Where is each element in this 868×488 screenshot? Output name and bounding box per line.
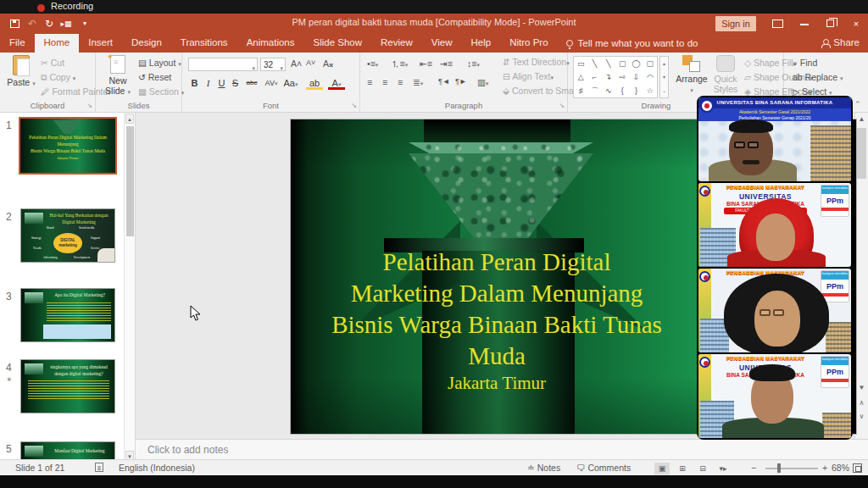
sign-in-button[interactable]: Sign in: [715, 16, 756, 31]
zoom-slider-thumb[interactable]: [777, 463, 781, 473]
ltr-icon[interactable]: ¶◄: [438, 77, 450, 86]
layout-button[interactable]: ▤ Layout ▾: [138, 58, 181, 68]
decrease-indent-icon[interactable]: ⇤≡: [420, 58, 432, 69]
restore-icon[interactable]: [826, 19, 834, 27]
slideshow-view-icon[interactable]: ▾▸: [715, 463, 731, 474]
copy-button[interactable]: ⧉ Copy ▾: [41, 72, 75, 83]
justify-icon[interactable]: ≣▾: [413, 77, 423, 87]
bullets-icon[interactable]: •≡▾: [367, 58, 378, 69]
thumb-scroll-up-icon[interactable]: ▲: [125, 114, 134, 124]
tab-file[interactable]: File: [0, 34, 35, 53]
cut-button[interactable]: ✂ Cut: [41, 58, 64, 68]
new-slide-button[interactable]: ✦ NewSlide ▾: [103, 55, 133, 96]
character-spacing-button[interactable]: AV▾: [263, 76, 280, 90]
highlight-color-button[interactable]: ab: [306, 76, 323, 90]
zoom-in-icon[interactable]: +: [822, 463, 827, 473]
slide-sorter-view-icon[interactable]: ⊞: [675, 463, 690, 474]
normal-view-icon[interactable]: ▣: [654, 463, 670, 474]
zoom-out-icon[interactable]: −: [751, 463, 756, 473]
editor-scrollbar[interactable]: ▲ ▼ ∧ ∨: [854, 113, 868, 439]
line-spacing-icon[interactable]: ↕≡▾: [467, 58, 480, 69]
share-button[interactable]: Share: [821, 37, 860, 47]
video-tile-4[interactable]: PENGABDIAN MASYARAKAT UNIVERSITAS BINA S…: [698, 354, 851, 438]
comments-toggle[interactable]: 🗨 Comments: [576, 463, 631, 473]
subscript-button[interactable]: abc: [242, 76, 261, 90]
previous-slide-icon[interactable]: ∧: [857, 399, 866, 407]
notes-pane[interactable]: Click to add notes: [136, 439, 868, 459]
quick-styles-button[interactable]: QuickStyles: [710, 55, 741, 94]
slide-title-text[interactable]: Pelatihan Peran Digital Marketing Dalam …: [314, 247, 679, 372]
accessibility-icon[interactable]: 8: [95, 463, 103, 472]
text-direction-button[interactable]: ⇵ Text Direction▾: [503, 57, 570, 67]
tab-review[interactable]: Review: [371, 34, 422, 53]
tab-insert[interactable]: Insert: [79, 34, 122, 53]
video-tile-1[interactable]: UNIVERSITAS BINA SARANA INFORMATIKA Akad…: [698, 97, 851, 181]
tab-help[interactable]: Help: [462, 34, 501, 53]
tab-slide-show[interactable]: Slide Show: [304, 34, 372, 53]
scroll-up-icon[interactable]: ▲: [857, 115, 866, 123]
tab-design[interactable]: Design: [122, 34, 171, 53]
collapse-ribbon-icon[interactable]: ⌃: [854, 100, 861, 108]
align-text-button[interactable]: ⊟ Align Text▾: [503, 71, 554, 81]
columns-icon[interactable]: ▥▾: [477, 77, 488, 87]
underline-button[interactable]: U: [215, 76, 228, 90]
slide-thumbnail-2[interactable]: Hal-hal Yang Berkaitan dengan Digital Ma…: [20, 208, 115, 263]
font-color-button[interactable]: A▾: [328, 76, 345, 90]
video-call-panel[interactable]: UNIVERSITAS BINA SARANA INFORMATIKA Akad…: [697, 96, 853, 440]
section-button[interactable]: ▦ Section ▾: [138, 86, 184, 97]
italic-button[interactable]: I: [202, 76, 214, 90]
minimize-icon[interactable]: [800, 24, 809, 25]
notes-toggle[interactable]: ≐ Notes: [527, 463, 560, 473]
align-center-icon[interactable]: ≡: [382, 77, 387, 87]
paragraph-dialog-launcher-icon[interactable]: ↘: [559, 102, 565, 109]
ribbon-display-options-icon[interactable]: [772, 19, 783, 28]
language-indicator[interactable]: English (Indonesia): [119, 463, 195, 473]
thumb-number-4: 4: [6, 362, 12, 374]
find-button[interactable]: ⌕ Find: [793, 58, 817, 69]
rtl-icon[interactable]: ¶►: [455, 77, 467, 86]
thumbnail-scrollbar-thumb[interactable]: [126, 126, 134, 236]
zoom-level[interactable]: 68%: [832, 463, 849, 473]
shapes-gallery[interactable]: ▭╲╲▢◯▢ △⌐↴⇨⇩◠ ♯⌒∿{}☆: [573, 56, 658, 98]
increase-indent-icon[interactable]: ⇥≡: [440, 58, 453, 69]
change-case-button[interactable]: Aa▾: [282, 76, 299, 90]
tab-transitions[interactable]: Transitions: [171, 34, 237, 53]
thumbnail-scrollbar[interactable]: ▲ ▼: [124, 113, 135, 462]
reading-view-icon[interactable]: ⊟: [695, 463, 710, 474]
paste-button[interactable]: Paste ▾: [7, 55, 36, 87]
video-tile-2[interactable]: PENGABDIAN MASYARAKAT UNIVERSITAS BINA S…: [698, 183, 851, 267]
tab-nitro-pro[interactable]: Nitro Pro: [500, 34, 557, 53]
zoom-slider-track[interactable]: [765, 468, 818, 469]
tile4-university-logo: [699, 357, 710, 368]
font-dialog-launcher-icon[interactable]: ↘: [351, 102, 357, 109]
tab-animations[interactable]: Animations: [237, 34, 304, 53]
bold-button[interactable]: B: [188, 76, 201, 90]
scrollbar-thumb[interactable]: [857, 128, 866, 179]
fit-to-window-icon[interactable]: [853, 463, 862, 473]
increase-font-icon[interactable]: A˄: [291, 58, 302, 69]
clear-formatting-icon[interactable]: A𝄪: [323, 58, 333, 69]
video-tile-3[interactable]: PENGABDIAN MASYARAKAT kampus merdeka PPm: [698, 269, 851, 352]
tab-view[interactable]: View: [422, 34, 462, 53]
strikethrough-button[interactable]: S: [229, 76, 242, 90]
align-right-icon[interactable]: ≡: [398, 77, 403, 87]
reset-button[interactable]: ↺ Reset: [138, 72, 171, 82]
replace-button[interactable]: ab Replace ▾: [793, 72, 843, 82]
numbering-icon[interactable]: ⒈≡▾: [391, 58, 408, 70]
slide-subtitle-text[interactable]: Jakarta Timur: [314, 373, 679, 394]
arrange-button[interactable]: Arrange▾: [675, 55, 709, 94]
close-icon[interactable]: ×: [849, 17, 863, 30]
font-name-combo[interactable]: ▾: [188, 58, 258, 71]
align-left-icon[interactable]: ≡: [367, 77, 372, 87]
slide-thumbnail-3[interactable]: Apa itu Digital Marketing?: [20, 288, 115, 342]
slide-thumbnail-4[interactable]: singkatnya apa yang dimaksud dengan digi…: [20, 359, 115, 413]
tell-me-box[interactable]: Tell me what you want to do: [558, 34, 707, 53]
scroll-down-icon[interactable]: ▼: [857, 384, 866, 391]
slide-thumbnail-1[interactable]: Pelatihan Peran Digital Marketing Dalam …: [19, 117, 117, 175]
shapes-gallery-scroll[interactable]: ▴▾⌄: [659, 56, 669, 98]
font-size-combo[interactable]: 32▾: [260, 58, 286, 71]
next-slide-icon[interactable]: ∨: [857, 413, 866, 420]
clipboard-dialog-launcher-icon[interactable]: ↘: [86, 102, 92, 109]
decrease-font-icon[interactable]: A˅: [306, 58, 315, 67]
tab-home[interactable]: Home: [35, 34, 80, 53]
